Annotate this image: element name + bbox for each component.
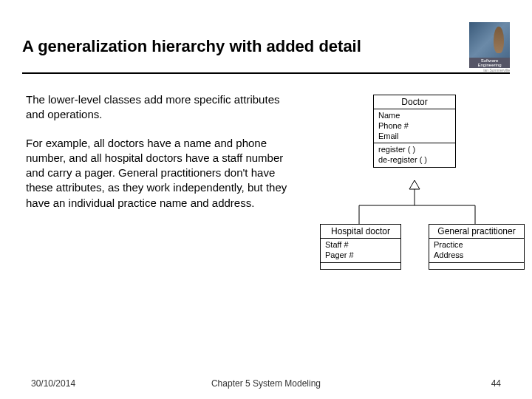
slide-title: A generalization hierarchy with added de… [22,37,361,56]
uml-class-hospital-doctor: Hospital doctor Staff # Pager # [320,224,401,270]
uml-attr: Address [434,250,519,261]
body-paragraph-2: For example, all doctors have a name and… [26,136,299,211]
book-cover-image [469,22,510,58]
body-paragraph-1: The lower-level classes add more specifi… [26,92,299,123]
uml-attr: Phone # [378,121,451,132]
uml-class-attributes: Staff # Pager # [321,239,400,263]
uml-op: de-register ( ) [378,155,451,166]
uml-class-doctor: Doctor Name Phone # Email register ( ) d… [373,95,456,168]
footer-chapter: Chapter 5 System Modeling [0,378,532,389]
footer-page-number: 44 [491,378,501,389]
svg-marker-1 [409,180,420,189]
uml-class-operations [429,263,524,269]
uml-class-operations [321,263,400,269]
slide: A generalization hierarchy with added de… [0,0,532,399]
uml-attr: Pager # [325,250,396,261]
uml-attr: Name [378,111,451,121]
uml-class-title: Doctor [374,95,455,109]
uml-attr: Email [378,132,451,142]
uml-attr: Practice [434,240,519,250]
uml-class-title: General practitioner [429,225,524,239]
uml-op: register ( ) [378,145,451,155]
uml-class-attributes: Practice Address [429,239,524,263]
title-divider [22,72,510,74]
uml-class-title: Hospital doctor [321,225,400,239]
uml-diagram: Doctor Name Phone # Email register ( ) d… [318,95,517,290]
book-cover-logo: Software Engineering Ian Sommerville [469,22,510,68]
body-text: The lower-level classes add more specifi… [26,92,299,222]
uml-class-operations: register ( ) de-register ( ) [374,143,455,167]
book-cover-caption: Software Engineering [469,58,510,68]
uml-class-general-practitioner: General practitioner Practice Address [429,224,525,270]
uml-attr: Staff # [325,240,396,250]
uml-class-attributes: Name Phone # Email [374,109,455,143]
